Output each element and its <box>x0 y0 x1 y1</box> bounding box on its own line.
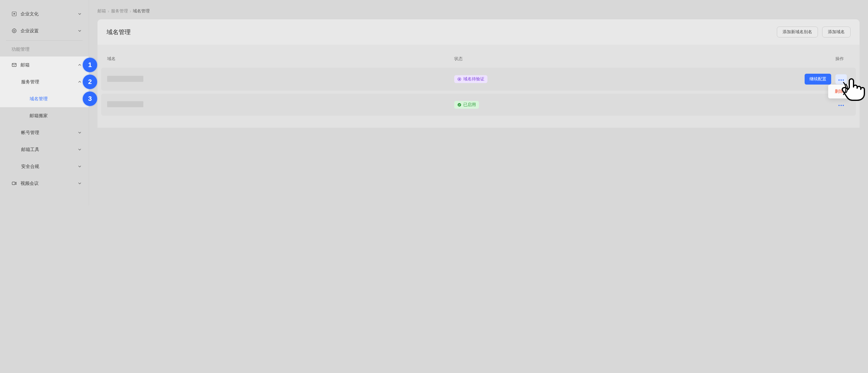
panel-actions: 添加新域名别名 添加域名 <box>777 27 850 37</box>
table-row: 域名待验证 继续配置 删除 <box>101 68 856 91</box>
status-badge-enabled: 已启用 <box>454 101 479 109</box>
app-layout: 企业文化 企业设置 功能管理 邮箱 <box>0 0 868 205</box>
svg-rect-3 <box>12 182 15 185</box>
breadcrumb: 邮箱 › 服务管理 › 域名管理 <box>97 8 860 14</box>
gear-icon <box>11 28 17 33</box>
domain-table: 域名 状态 操作 <box>101 50 856 119</box>
sidebar-item-security[interactable]: 安全合规 <box>0 158 89 175</box>
breadcrumb-item[interactable]: 服务管理 <box>111 8 128 14</box>
status-text: 域名待验证 <box>463 77 485 82</box>
ellipsis-icon <box>838 105 844 106</box>
sidebar-item-mail-move[interactable]: 邮箱搬家 <box>0 107 89 124</box>
breadcrumb-item[interactable]: 邮箱 <box>97 8 106 14</box>
panel-body: 域名 状态 操作 <box>97 45 860 128</box>
sidebar-label: 企业设置 <box>21 28 77 34</box>
more-actions-button[interactable] <box>835 74 847 84</box>
panel-header: 域名管理 添加新域名别名 添加域名 <box>97 19 860 45</box>
ellipsis-icon <box>838 80 844 81</box>
page-title: 域名管理 <box>106 28 131 36</box>
sidebar: 企业文化 企业设置 功能管理 邮箱 <box>0 0 89 205</box>
sidebar-section-label: 功能管理 <box>11 47 82 52</box>
status-badge-pending: 域名待验证 <box>454 75 488 83</box>
mail-icon <box>11 62 17 68</box>
svg-point-5 <box>459 79 460 80</box>
more-actions-menu: 删除 <box>828 85 850 98</box>
add-domain-alias-button[interactable]: 添加新域名别名 <box>777 27 818 37</box>
redacted-domain <box>107 76 143 82</box>
sidebar-label: 视频会议 <box>21 181 77 186</box>
divider <box>6 40 83 41</box>
sidebar-label: 域名管理 <box>30 96 82 102</box>
chevron-right-icon: › <box>108 9 109 13</box>
sidebar-item-culture[interactable]: 企业文化 <box>0 5 89 22</box>
chevron-up-icon <box>77 80 82 84</box>
col-header-domain: 域名 <box>101 53 448 65</box>
target-icon <box>457 77 462 81</box>
sidebar-label: 帐号管理 <box>21 130 77 136</box>
step-badge-3: 3 <box>83 91 97 106</box>
chevron-down-icon <box>77 130 82 135</box>
col-header-status: 状态 <box>448 53 705 65</box>
cell-domain <box>101 94 448 116</box>
sidebar-label: 企业文化 <box>21 11 77 17</box>
sidebar-item-account-mgmt[interactable]: 帐号管理 <box>0 124 89 141</box>
sidebar-item-mail-tools[interactable]: 邮箱工具 <box>0 141 89 158</box>
check-circle-icon <box>457 103 462 107</box>
sidebar-label: 服务管理 <box>21 79 77 85</box>
cell-domain <box>101 68 448 91</box>
col-header-ops: 操作 <box>705 53 856 65</box>
continue-config-button[interactable]: 继续配置 <box>805 74 831 85</box>
chevron-down-icon <box>77 28 82 33</box>
cell-status: 域名待验证 <box>448 68 705 91</box>
sidebar-item-domain-mgmt[interactable]: 域名管理 3 <box>0 90 89 107</box>
status-text: 已启用 <box>463 102 476 108</box>
svg-point-1 <box>13 30 15 32</box>
chevron-down-icon <box>77 11 82 16</box>
chevron-down-icon <box>77 147 82 152</box>
redacted-domain <box>107 101 143 107</box>
sidebar-item-service-mgmt[interactable]: 服务管理 2 <box>0 74 89 90</box>
more-actions-button[interactable] <box>835 100 847 110</box>
chevron-down-icon <box>77 164 82 169</box>
star-box-icon <box>11 11 17 17</box>
table-row: 已启用 <box>101 94 856 116</box>
panel-domain-mgmt: 域名管理 添加新域名别名 添加域名 域名 状态 操作 <box>97 19 860 128</box>
sidebar-section-head: 功能管理 <box>0 42 89 56</box>
cell-status: 已启用 <box>448 94 705 116</box>
video-icon <box>11 181 17 186</box>
chevron-right-icon: › <box>130 9 131 13</box>
chevron-up-icon <box>77 62 82 67</box>
step-badge-2: 2 <box>83 75 97 89</box>
sidebar-label: 邮箱搬家 <box>30 113 82 119</box>
sidebar-item-settings[interactable]: 企业设置 <box>0 22 89 39</box>
sidebar-label: 邮箱 <box>21 62 77 68</box>
delete-menu-item[interactable]: 删除 <box>828 86 850 97</box>
add-domain-button[interactable]: 添加域名 <box>822 27 850 37</box>
sidebar-label: 邮箱工具 <box>21 147 77 152</box>
sidebar-label: 安全合规 <box>21 164 77 169</box>
sidebar-item-video[interactable]: 视频会议 <box>0 175 89 192</box>
breadcrumb-item-current: 域名管理 <box>133 8 150 14</box>
chevron-down-icon <box>77 181 82 186</box>
cell-ops: 继续配置 删除 <box>705 68 856 91</box>
sidebar-item-mail[interactable]: 邮箱 1 <box>0 56 89 74</box>
main-content: 邮箱 › 服务管理 › 域名管理 域名管理 添加新域名别名 添加域名 域名 <box>89 0 868 205</box>
step-badge-1: 1 <box>83 58 97 72</box>
